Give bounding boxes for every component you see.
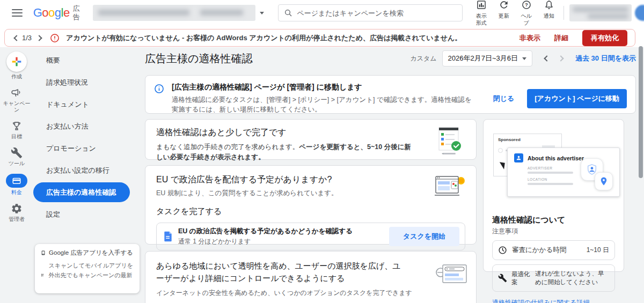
about-heading: 適格性確認について [492, 215, 615, 225]
top-app-bar: Google 広告 表示形式 更新 ? ヘルプ 通知 [0, 0, 644, 26]
trophy-icon [11, 120, 23, 132]
nav-item-advertiser-verification[interactable]: 広告主様の適格性確認 [33, 182, 130, 202]
phone-icon [41, 249, 45, 257]
refresh-button[interactable]: 更新 [493, 0, 515, 26]
rail-item-admin[interactable]: 管理者 [3, 203, 31, 223]
transparency-card-body: インターネットの安全性を高めるため、いくつかのオプションのタスクを完了できます [156, 289, 465, 298]
alert-message: アカウントが有効になっていません - お客様の AdWords アカウントの利用… [66, 33, 462, 43]
browser-illustration [434, 174, 466, 197]
qr-card-title: Google 広告アプリを入手する [49, 249, 133, 257]
nav-item-payment-transfer[interactable]: お支払い設定の移行 [33, 159, 145, 181]
search-input[interactable] [297, 9, 456, 17]
avatar[interactable] [635, 5, 644, 21]
nav-item-documents[interactable]: ドキュメント [33, 93, 145, 115]
nav-item-overview[interactable]: 概要 [33, 49, 145, 71]
start-task-button[interactable]: タスクを開始 [389, 227, 459, 246]
info-icon [154, 84, 164, 94]
clock-icon [498, 246, 507, 255]
create-circle [6, 51, 27, 72]
date-caret-icon [522, 57, 526, 60]
banner-close-button[interactable]: 閉じる [493, 94, 515, 104]
date-next-icon[interactable] [558, 55, 564, 61]
alert-pager: 1/3 [14, 34, 41, 42]
optimization-label: 最適化案 [511, 270, 533, 286]
doc-icon [163, 231, 173, 242]
about-subheading: 注意事項 [492, 227, 615, 236]
optimization-text: 遅れが生じないよう、早めに開始してください [535, 270, 609, 286]
eu-task-title: EU の政治広告を掲載する予定があるかどうかを確認する [178, 227, 353, 236]
eu-card-title: EU で政治広告を配信する予定がありますか? [156, 174, 465, 186]
reactivate-button[interactable]: 再有効化 [582, 30, 627, 46]
content-area: 作成 キャンペーン 目標 ツール 料金 管理者 概要 請求処理状況 ドキュメント [0, 47, 644, 303]
help-icon: ? [521, 0, 532, 10]
checklist-illustration [435, 126, 464, 156]
alert-actions: 非表示 詳細 再有効化 [519, 30, 635, 46]
card-icon [12, 176, 21, 186]
eu-task-duration: 通常 1 分ほどかかります [178, 237, 353, 246]
help-button[interactable]: ? ヘルプ [515, 0, 538, 26]
menu-icon[interactable] [12, 9, 23, 17]
global-search [278, 4, 462, 21]
billing-pill [6, 174, 27, 188]
person-icon [514, 153, 523, 162]
notifications-button[interactable]: 通知 [538, 0, 560, 26]
review-time-row: 審査にかかる時間 1~10 日 [492, 240, 615, 260]
chevron-right-icon[interactable] [36, 35, 42, 41]
review-time-label: 審査にかかる時間 [512, 246, 566, 255]
rail-item-tools[interactable]: ツール [3, 147, 31, 167]
refresh-icon [499, 0, 509, 10]
rail-item-billing[interactable]: 料金 [3, 174, 31, 196]
eu-card-body: EU 規制により、この質問をすることが求められています。 [156, 189, 465, 198]
eu-section-title: タスクを完了する [156, 206, 465, 217]
banner-body: 適格性確認に必要なタスクは、[管理者] > [ポリシー] > [アカウント] で… [172, 95, 475, 114]
transparency-illustration [435, 263, 469, 285]
migration-banner: [広告主様の適格性確認] ページが [管理者] に移動します 適格性確認に必要な… [145, 75, 636, 114]
google-logo-text: Google [33, 6, 70, 20]
nav-item-promotions[interactable]: プロモーション [33, 137, 145, 159]
plus-icon [11, 56, 22, 67]
nav-item-settings[interactable]: 設定 [33, 203, 145, 225]
show-last-30-days-link[interactable]: 過去 30 日間を表示 [575, 54, 636, 63]
bell-icon [544, 0, 554, 10]
banner-title: [広告主様の適格性確認] ページが [管理者] に移動します [172, 83, 475, 92]
transparency-card-title: あらゆる地域において透明性を高め、ユーザーの選択肢を広げ、ユーザーがより詳細にコ… [156, 260, 408, 284]
date-range-value: 2026年2月7日~3月6日 [448, 54, 518, 63]
progress-card-body: まもなく追加の手続きの完了を求められます。ページを更新すると、5~10 分後に新… [156, 142, 414, 162]
chart-icon [476, 0, 487, 10]
appearance-button[interactable]: 表示形式 [470, 0, 493, 26]
page-title: 広告主様の適格性確認 [145, 51, 252, 66]
rail-item-create[interactable]: 作成 [3, 51, 31, 80]
alert-details-button[interactable]: 詳細 [554, 33, 568, 43]
rail-item-campaigns[interactable]: キャンペーン [3, 87, 31, 113]
error-icon [50, 33, 60, 43]
vertical-scrollbar[interactable] [639, 46, 643, 178]
user-account-redacted[interactable] [569, 4, 632, 21]
alert-pager-count: 1/3 [22, 34, 32, 42]
topbar-divider [564, 6, 564, 20]
gear-icon [11, 203, 23, 215]
account-selector-redacted[interactable] [93, 5, 256, 21]
logo-product-suffix: 広告 [73, 4, 81, 22]
main-panel: 広告主様の適格性確認 カスタム 2026年2月7日~3月6日 過去 30 日間を… [145, 47, 644, 303]
qr-card-description: スキャンしてモバイルアプリを 外出先でもキャンペーンの最新 [48, 261, 133, 289]
topbar-actions: 表示形式 更新 ? ヘルプ 通知 [470, 0, 560, 26]
nav-item-billing-activity[interactable]: 請求処理状況 [33, 71, 145, 93]
chevron-left-icon[interactable] [13, 35, 19, 41]
verification-progress-card: 適格性確認はあと少しで完了です まもなく追加の手続きの完了を求められます。ページ… [145, 119, 477, 160]
rail-item-goals[interactable]: 目標 [3, 120, 31, 140]
advertiser-card-illustration: Sponsored About this advertiser [492, 127, 615, 209]
billing-subnav: 概要 請求処理状況 ドキュメント お支払い方法 プロモーション お支払い設定の移… [33, 49, 145, 225]
date-prev-icon[interactable] [544, 55, 550, 61]
account-dropdown-caret-icon[interactable] [260, 12, 264, 14]
go-to-account-page-button[interactable]: [アカウント] ページに移動 [527, 89, 627, 108]
hide-alert-button[interactable]: 非表示 [519, 33, 540, 43]
date-mode-label: カスタム [410, 54, 436, 63]
location-pin-icon [595, 172, 613, 190]
verification-details-link[interactable]: 適格性確認の仕組みに関する詳細 [492, 298, 589, 303]
megaphone-icon [11, 87, 23, 99]
date-range-selector[interactable]: 2026年2月7日~3月6日 [442, 50, 532, 66]
tools-icon [11, 147, 23, 159]
qr-code [41, 261, 43, 289]
nav-item-payment-methods[interactable]: お支払い方法 [33, 115, 145, 137]
page-header: 広告主様の適格性確認 カスタム 2026年2月7日~3月6日 過去 30 日間を… [145, 48, 636, 69]
